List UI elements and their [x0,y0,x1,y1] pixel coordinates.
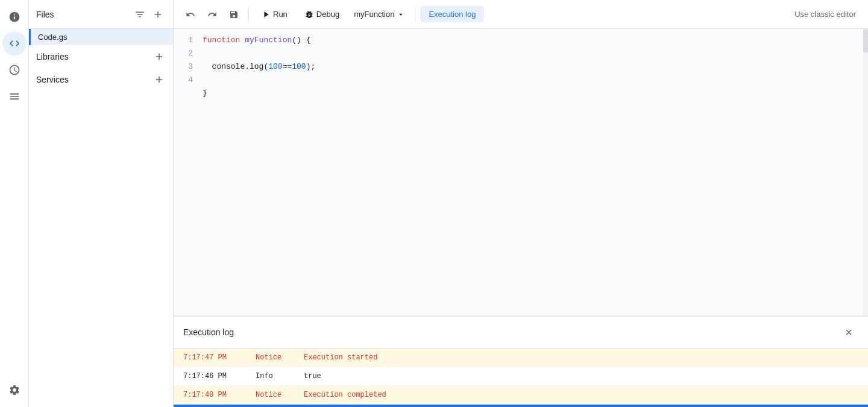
exec-log-level-2: Info [256,372,304,380]
exec-log-row-2: 7:17:46 PM Info true [174,367,868,386]
run-label: Run [273,10,288,19]
function-name: myFunction [354,10,394,19]
icon-rail [0,0,29,407]
save-button[interactable] [224,6,244,23]
settings-icon[interactable] [2,378,27,402]
sidebar-header-actions [132,7,166,22]
line-numbers: 1 2 3 4 [174,34,198,113]
line-num-2: 2 [178,47,193,60]
classic-label: Use classic editor [794,10,856,19]
toolbar-divider-1 [248,7,249,22]
list-icon[interactable] [2,84,27,109]
scrollbar-thumb [863,29,868,53]
exec-log-close-button[interactable]: × [839,323,858,342]
exec-log-message-3: Execution completed [304,391,386,399]
code-icon[interactable] [2,31,27,55]
run-button[interactable]: Run [254,6,295,23]
redo-button[interactable] [203,6,222,23]
file-name: Code.gs [38,33,67,42]
debug-button[interactable]: Debug [297,6,347,23]
sidebar-section-services[interactable]: Services [29,68,173,91]
code-content[interactable]: function myFunction() { console.log(100=… [198,34,868,113]
add-file-button[interactable] [150,7,166,22]
clock-icon[interactable] [2,58,27,82]
exec-log-row-3: 7:17:48 PM Notice Execution completed [174,386,868,405]
code-line-1: function myFunction() { [203,34,863,47]
code-line-3: } [203,87,863,100]
exec-log-time-2: 7:17:46 PM [183,372,256,380]
line-num-1: 1 [178,34,193,47]
sidebar-section-libraries[interactable]: Libraries [29,45,173,68]
classic-editor-button[interactable]: Use classic editor [790,6,861,22]
sidebar: Files Code.gs Libraries Services [29,0,174,407]
add-library-button[interactable] [153,50,166,63]
exec-log-bottom-bar [174,405,868,407]
editor-scrollbar[interactable] [863,29,868,316]
debug-label: Debug [316,10,339,19]
exec-log-message-2: true [304,372,321,380]
libraries-label: Libraries [36,52,69,62]
exec-log-header: Execution log × [174,317,868,349]
execution-log-panel: Execution log × 7:17:47 PM Notice Execut… [174,316,868,407]
sidebar-header: Files [29,0,173,29]
exec-log-message-1: Execution started [304,353,377,362]
info-icon[interactable] [2,5,27,29]
exec-log-label: Execution log [429,10,476,19]
sidebar-title: Files [36,10,54,19]
main-area: Run Debug myFunction Execution log Use c… [174,0,868,407]
exec-log-table: 7:17:47 PM Notice Execution started 7:17… [174,349,868,405]
function-selector[interactable]: myFunction [349,6,410,22]
editor-area[interactable]: 1 2 3 4 function myFunction() { console.… [174,29,868,316]
undo-button[interactable] [181,6,200,23]
toolbar-divider-2 [415,7,415,22]
sort-az-button[interactable] [132,7,148,22]
line-num-3: 3 [178,60,193,74]
execution-log-button[interactable]: Execution log [420,6,484,22]
exec-log-time-3: 7:17:48 PM [183,391,256,399]
sidebar-file-item[interactable]: Code.gs [29,29,173,45]
code-container: 1 2 3 4 function myFunction() { console.… [174,29,868,118]
add-service-button[interactable] [153,73,166,86]
exec-log-level-1: Notice [256,353,304,362]
exec-log-time-1: 7:17:47 PM [183,353,256,362]
code-line-2: console.log(100==100); [203,60,863,74]
line-num-4: 4 [178,74,193,87]
exec-log-row-1: 7:17:47 PM Notice Execution started [174,349,868,367]
toolbar: Run Debug myFunction Execution log Use c… [174,0,868,29]
exec-log-title: Execution log [183,327,234,337]
exec-log-level-3: Notice [256,391,304,399]
services-label: Services [36,75,69,84]
